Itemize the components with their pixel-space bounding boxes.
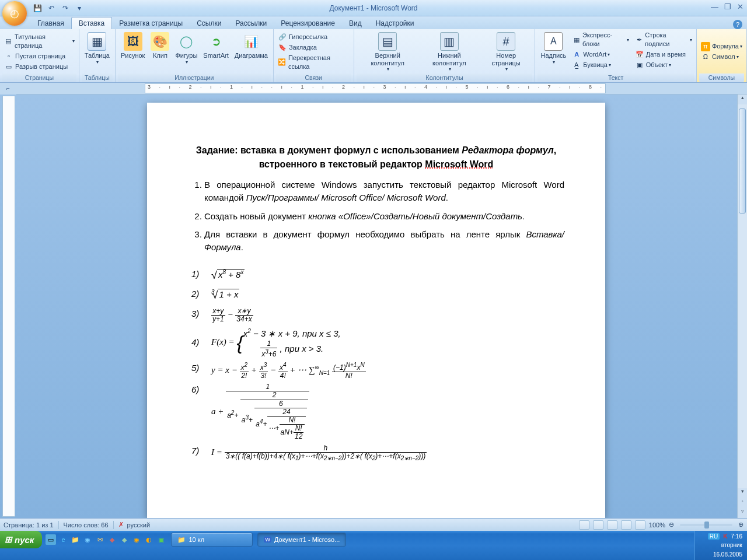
help-icon[interactable]: ?: [733, 20, 742, 29]
next-page-icon[interactable]: ▿: [738, 508, 747, 518]
status-language[interactable]: русский: [127, 522, 150, 528]
wordart-button[interactable]: AWordArt▾: [570, 50, 630, 60]
ql-app4-icon[interactable]: ◐: [144, 534, 154, 545]
system-tray[interactable]: RUK7:16 вторник 16.08.2005: [694, 531, 747, 560]
hyperlink-button[interactable]: 🔗Гиперссылка: [276, 32, 329, 43]
heading: Задание: вставка в документ формул с исп…: [188, 144, 564, 172]
horizontal-ruler[interactable]: 3 · ı · 2 · ı · 1 · ı · · ı · 1 · ı · 2 …: [145, 83, 606, 93]
cover-page-icon: ▤: [4, 37, 13, 46]
group-label-tables: Таблицы: [82, 74, 113, 82]
ql-app2-icon[interactable]: ◆: [119, 534, 130, 545]
smartart-icon: ➲: [207, 32, 225, 51]
view-draft[interactable]: [635, 520, 645, 530]
ql-app1-icon[interactable]: ◆: [107, 534, 117, 545]
ql-media-icon[interactable]: ◉: [82, 534, 93, 545]
ql-explorer-icon[interactable]: 📁: [70, 534, 81, 545]
prev-page-icon[interactable]: ◦: [738, 498, 747, 508]
crossref-button[interactable]: 🔀Перекрестная ссылка: [276, 53, 351, 72]
cover-page-button[interactable]: ▤Титульная страница▾: [2, 32, 76, 51]
view-web-layout[interactable]: [607, 520, 617, 530]
table-button[interactable]: ▦ Таблица▾: [82, 30, 113, 66]
tab-insert[interactable]: Вставка: [71, 17, 113, 29]
status-page[interactable]: Страница: 1 из 1: [4, 522, 54, 528]
title-bar: ◴ 💾 ↶ ↷ ▾ Документ1 - Microsoft Word — ❐…: [0, 0, 747, 16]
status-word-count[interactable]: Число слов: 66: [64, 522, 109, 528]
chart-button[interactable]: 📊Диаграмма: [232, 30, 271, 61]
view-print-layout[interactable]: [579, 520, 589, 530]
restore-button[interactable]: ❐: [724, 2, 731, 11]
zoom-out-button[interactable]: ⊖: [669, 521, 674, 528]
object-icon: ▣: [635, 61, 644, 70]
document-area[interactable]: Задание: вставка в документ формул с исп…: [15, 94, 737, 518]
blank-page-icon: ▫: [4, 51, 13, 61]
vertical-ruler[interactable]: [2, 96, 15, 517]
page-number-button[interactable]: #Номер страницы▾: [480, 30, 533, 74]
crossref-icon: 🔀: [278, 58, 287, 67]
clip-button[interactable]: 🎨Клип: [148, 30, 172, 61]
zoom-in-button[interactable]: ⊕: [738, 521, 743, 528]
textbox-button[interactable]: AНадпись▾: [537, 30, 569, 66]
zoom-level[interactable]: 100%: [649, 522, 665, 528]
list-item: Создать новый документ кнопка «Office»/С…: [204, 210, 564, 223]
footer-button[interactable]: ▥Нижний колонтитул▾: [419, 30, 480, 74]
group-text: AНадпись▾ ▦Экспресс-блоки▾ AWordArt▾ A̲Б…: [535, 29, 696, 82]
ql-app3-icon[interactable]: ◉: [131, 534, 142, 545]
view-full-screen[interactable]: [593, 520, 603, 530]
quick-parts-button[interactable]: ▦Экспресс-блоки▾: [570, 30, 630, 50]
scroll-thumb[interactable]: [739, 108, 746, 214]
page[interactable]: Задание: вставка в документ формул с исп…: [147, 103, 605, 518]
signature-icon: ✒: [635, 35, 644, 44]
signature-line-button[interactable]: ✒Строка подписи▾: [633, 30, 694, 50]
taskbar-item-folder[interactable]: 📁10 кл: [171, 533, 253, 547]
office-button[interactable]: ◴: [2, 1, 27, 26]
spellcheck-icon[interactable]: ✗: [118, 521, 124, 528]
tray-language[interactable]: RU: [708, 533, 720, 540]
ql-ie-icon[interactable]: e: [58, 534, 68, 545]
tab-addins[interactable]: Надстройки: [369, 18, 421, 29]
blank-page-button[interactable]: ▫Пустая страница: [2, 51, 67, 61]
tab-references[interactable]: Ссылки: [190, 18, 228, 29]
page-break-icon: ▭: [4, 62, 13, 71]
symbol-button[interactable]: ΩСимвол▾: [699, 52, 741, 62]
ql-desktop-icon[interactable]: ▭: [46, 534, 56, 545]
scroll-down-icon[interactable]: ▾: [738, 488, 747, 498]
group-links: 🔗Гиперссылка 🔖Закладка 🔀Перекрестная ссы…: [274, 29, 354, 82]
dropcap-button[interactable]: A̲Буквица▾: [570, 60, 630, 71]
equation-button[interactable]: πФормула▾: [699, 41, 744, 52]
group-label-illustrations: Иллюстрации: [118, 74, 271, 82]
scroll-up-icon[interactable]: ▴: [738, 94, 747, 104]
ql-mail-icon[interactable]: ✉: [95, 534, 105, 545]
object-button[interactable]: ▣Объект▾: [633, 60, 694, 71]
vertical-scrollbar[interactable]: ▴ ▾ ◦ ▿: [737, 94, 747, 518]
taskbar-item-word[interactable]: WДокумент1 - Microso...: [257, 533, 346, 547]
hyperlink-icon: 🔗: [278, 33, 287, 42]
minimize-button[interactable]: —: [711, 2, 718, 11]
status-bar: Страница: 1 из 1 Число слов: 66 ✗ русски…: [0, 518, 747, 531]
start-button[interactable]: ⊞пуск: [0, 531, 42, 548]
tab-mailings[interactable]: Рассылки: [228, 18, 274, 29]
group-label-pages: Страницы: [2, 74, 76, 82]
tab-home[interactable]: Главная: [30, 18, 71, 29]
ruler-toggle[interactable]: ⌐: [0, 83, 16, 94]
dropcap-icon: A̲: [572, 61, 581, 70]
picture-button[interactable]: 🖼Рисунок: [118, 30, 148, 61]
tab-review[interactable]: Рецензирование: [274, 18, 342, 29]
formulas-block: 1)√x8 + 8x 2)3√1 + x 3)x+yy+1 − x∗y34+x …: [188, 268, 564, 461]
ql-app5-icon[interactable]: ▣: [156, 534, 166, 545]
tab-page-layout[interactable]: Разметка страницы: [112, 18, 190, 29]
tab-view[interactable]: Вид: [342, 18, 369, 29]
tray-kaspersky-icon[interactable]: K: [723, 533, 727, 540]
page-break-button[interactable]: ▭Разрыв страницы: [2, 61, 69, 72]
header-button[interactable]: ▤Верхний колонтитул▾: [357, 30, 419, 74]
textbox-icon: A: [544, 32, 563, 51]
zoom-slider[interactable]: [680, 524, 732, 526]
view-outline[interactable]: [621, 520, 631, 530]
shapes-button[interactable]: ◯Фигуры▾: [172, 30, 200, 66]
footer-icon: ▥: [440, 32, 459, 51]
date-time-button[interactable]: 📅Дата и время: [633, 50, 694, 60]
tray-date: 16.08.2005: [713, 551, 742, 558]
bookmark-button[interactable]: 🔖Закладка: [276, 43, 319, 53]
wordart-icon: A: [572, 50, 581, 60]
close-button[interactable]: ✕: [737, 2, 743, 11]
smartart-button[interactable]: ➲SmartArt: [200, 30, 231, 61]
